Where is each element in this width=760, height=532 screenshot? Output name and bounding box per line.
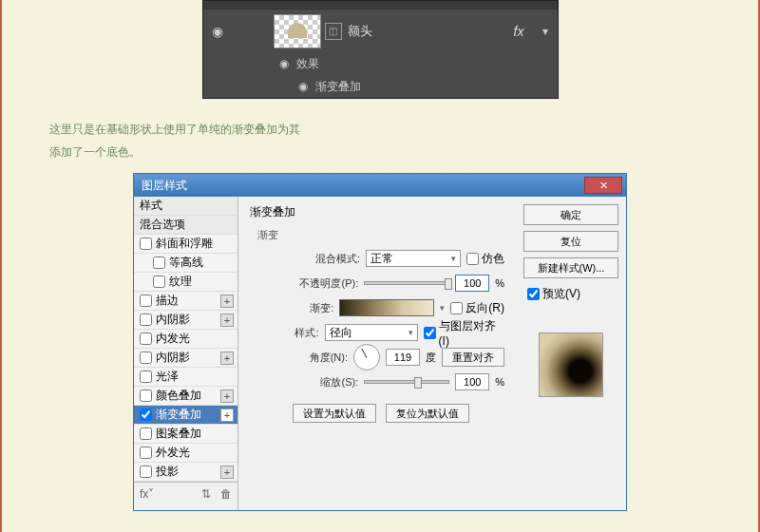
list-item: 内阴影+ xyxy=(134,311,238,330)
checkbox[interactable] xyxy=(153,276,165,288)
preview-swatch xyxy=(523,327,618,397)
style-list: 样式 混合选项 斜面和浮雕 等高线 纹理 描边+ 内阴影+ 内发光 内阴影+ 光… xyxy=(134,197,238,510)
reset-default-button[interactable]: 复位为默认值 xyxy=(386,404,469,423)
list-item: 光泽 xyxy=(134,368,238,387)
list-item: 描边+ xyxy=(134,292,238,311)
list-item: 等高线 xyxy=(134,254,238,273)
checkbox[interactable] xyxy=(153,256,165,269)
list-footer: fx˅ ⇅ 🗑 xyxy=(134,482,238,504)
layers-panel: ◉ ◫ 额头 fx ▾ ◉ 效果 ◉ 渐变叠加 xyxy=(202,0,559,99)
label: 缩放(S): xyxy=(295,375,358,390)
angle-dial[interactable] xyxy=(353,344,380,370)
list-item: 纹理 xyxy=(134,273,238,292)
align-checkbox[interactable] xyxy=(424,327,436,339)
gradient-picker[interactable] xyxy=(339,299,434,316)
plus-icon[interactable]: + xyxy=(220,352,234,365)
effect-item-label: 渐变叠加 xyxy=(315,79,361,95)
scale-slider[interactable] xyxy=(364,380,449,384)
list-item-selected: 渐变叠加+ xyxy=(134,406,238,425)
checkbox[interactable] xyxy=(140,238,152,250)
style-select[interactable]: 径向 xyxy=(325,324,418,341)
checkbox[interactable] xyxy=(140,466,152,478)
visibility-icon[interactable]: ◉ xyxy=(279,57,289,70)
fx-badge[interactable]: fx xyxy=(514,24,542,39)
layer-thumbnail[interactable] xyxy=(274,14,321,48)
effect-item-row[interactable]: ◉ 渐变叠加 xyxy=(203,75,558,98)
dialog-right-column: 确定 复位 新建样式(W)... 预览(V) xyxy=(516,197,626,510)
checkbox[interactable] xyxy=(140,428,152,440)
chevron-down-icon[interactable]: ▾ xyxy=(440,303,445,313)
section-title: 渐变叠加 xyxy=(250,204,504,220)
opacity-slider[interactable] xyxy=(364,281,449,285)
fx-menu-icon[interactable]: fx˅ xyxy=(140,487,154,501)
checkbox[interactable] xyxy=(140,408,152,421)
plus-icon[interactable]: + xyxy=(220,390,234,403)
blend-mode-select[interactable]: 正常 xyxy=(366,250,461,267)
list-item: 外发光 xyxy=(134,444,238,463)
plus-icon[interactable]: + xyxy=(220,408,234,422)
new-style-button[interactable]: 新建样式(W)... xyxy=(523,257,618,278)
list-item: 图案叠加 xyxy=(134,425,238,444)
scale-value[interactable]: 100 xyxy=(455,373,489,390)
plus-icon[interactable]: + xyxy=(220,294,234,308)
label: 混合模式: xyxy=(297,252,360,266)
list-item: 斜面和浮雕 xyxy=(134,235,238,254)
checkbox[interactable] xyxy=(140,314,152,326)
vector-mask-icon[interactable]: ◫ xyxy=(325,23,342,40)
effects-row[interactable]: ◉ 效果 xyxy=(203,52,558,75)
effects-label: 效果 xyxy=(296,56,319,72)
checkbox[interactable] xyxy=(140,370,152,383)
label: 渐变: xyxy=(271,301,333,315)
plus-icon[interactable]: + xyxy=(220,314,234,327)
checkbox[interactable] xyxy=(140,294,152,307)
ok-button[interactable]: 确定 xyxy=(523,204,618,225)
layers-panel-header xyxy=(203,1,558,9)
list-header[interactable]: 样式 xyxy=(134,197,238,216)
angle-value[interactable]: 119 xyxy=(386,349,420,366)
checkbox[interactable] xyxy=(140,332,152,345)
list-header[interactable]: 混合选项 xyxy=(134,216,238,235)
up-down-icon[interactable]: ⇅ xyxy=(201,487,211,501)
checkbox[interactable] xyxy=(140,446,152,459)
opacity-value[interactable]: 100 xyxy=(455,275,489,292)
list-item: 内发光 xyxy=(134,330,238,349)
layer-name[interactable]: 额头 xyxy=(348,23,514,40)
preview-checkbox[interactable] xyxy=(527,288,540,300)
body-text: 这里只是在基础形状上使用了单纯的渐变叠加为其 添加了一个底色。 xyxy=(49,118,739,163)
layer-row[interactable]: ◉ ◫ 额头 fx ▾ xyxy=(203,9,558,52)
reverse-checkbox[interactable] xyxy=(450,302,463,314)
dither-checkbox[interactable] xyxy=(466,253,479,265)
checkbox[interactable] xyxy=(140,390,152,402)
list-item: 内阴影+ xyxy=(134,349,238,368)
list-item: 颜色叠加+ xyxy=(134,387,238,406)
reset-align-button[interactable]: 重置对齐 xyxy=(442,348,504,367)
label: 角度(N): xyxy=(285,351,348,365)
chevron-down-icon[interactable]: ▾ xyxy=(542,25,558,38)
cancel-button[interactable]: 复位 xyxy=(523,231,618,252)
checkbox[interactable] xyxy=(140,352,152,364)
titlebar[interactable]: 图层样式 ✕ xyxy=(134,174,626,197)
list-item: 投影+ xyxy=(134,463,238,482)
close-icon[interactable]: ✕ xyxy=(584,177,622,194)
make-default-button[interactable]: 设置为默认值 xyxy=(293,404,376,423)
dialog-title: 图层样式 xyxy=(138,178,584,194)
label: 不透明度(P): xyxy=(295,276,358,291)
visibility-icon[interactable]: ◉ xyxy=(298,80,308,93)
visibility-icon[interactable]: ◉ xyxy=(203,24,232,39)
trash-icon[interactable]: 🗑 xyxy=(220,487,232,501)
gradient-overlay-panel: 渐变叠加 渐变 混合模式: 正常 仿色 不透明度(P): 100 % 渐变: xyxy=(238,197,516,510)
label: 样式: xyxy=(257,326,319,340)
plus-icon[interactable]: + xyxy=(220,466,234,479)
layer-style-dialog: 图层样式 ✕ 样式 混合选项 斜面和浮雕 等高线 纹理 描边+ 内阴影+ 内发光… xyxy=(133,173,627,511)
group-label: 渐变 xyxy=(257,228,504,242)
